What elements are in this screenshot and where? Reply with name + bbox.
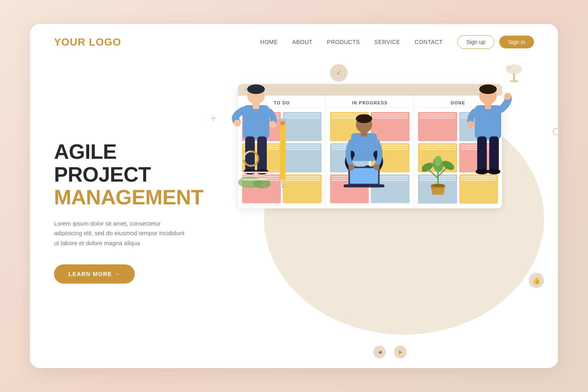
left-panel: AGILE PROJECT MANAGEMENT Lorem ipsum dol… <box>30 60 222 368</box>
nav-item-about[interactable]: ABOUT <box>292 38 313 46</box>
progress-lines <box>242 172 294 180</box>
nav-link-contact[interactable]: CONTACT <box>415 39 443 45</box>
prev-arrow-button[interactable]: ◀ <box>373 346 386 358</box>
svg-rect-42 <box>344 184 384 187</box>
nav-links: HOME ABOUT PRODUCTS SERVICE CONTACT <box>260 38 443 46</box>
plus-icon: + <box>210 112 216 125</box>
svg-point-50 <box>504 93 511 100</box>
right-panel: ✓ 👍 + <box>222 60 558 368</box>
nav-link-home[interactable]: HOME <box>260 39 278 45</box>
signin-button[interactable]: Sign in <box>499 36 534 48</box>
kanban-board-wrapper: TO DO IN PROGRE <box>238 84 502 208</box>
svg-rect-39 <box>361 131 368 136</box>
plant-icon <box>422 154 454 198</box>
hero-description: Lorem ipsum dolor sit amet, consectetur … <box>54 219 190 248</box>
svg-point-49 <box>467 121 474 128</box>
svg-rect-27 <box>253 103 259 109</box>
learn-more-button[interactable]: LEARN MORE → <box>54 264 135 284</box>
progress-area <box>242 150 294 180</box>
sticky-note <box>283 112 322 141</box>
play-arrow-button[interactable]: ▶ <box>394 346 407 358</box>
lamp-icon <box>502 62 526 89</box>
checkmark-icon: ✓ <box>330 64 348 82</box>
nav-item-contact[interactable]: CONTACT <box>415 38 443 46</box>
kanban-col-inprogress-header: IN PROGRESS <box>330 100 410 108</box>
hero-title-line2: MANAGEMENT <box>54 186 198 209</box>
svg-point-53 <box>476 169 488 174</box>
bottom-navigation: ◀ ▶ <box>373 346 407 358</box>
progress-line-2 <box>242 175 264 177</box>
svg-rect-47 <box>475 105 501 139</box>
svg-rect-1 <box>513 73 515 80</box>
logo: YOUR LOGO <box>54 36 121 48</box>
nav-item-products[interactable]: PRODUCTS <box>327 38 360 46</box>
main-card: YOUR LOGO HOME ABOUT PRODUCTS SERVICE CO… <box>30 24 558 368</box>
svg-point-2 <box>509 80 519 82</box>
svg-rect-41 <box>350 168 378 184</box>
svg-rect-38 <box>351 133 377 161</box>
svg-point-28 <box>234 120 241 127</box>
nav-link-products[interactable]: PRODUCTS <box>327 39 360 45</box>
navbar: YOUR LOGO HOME ABOUT PRODUCTS SERVICE CO… <box>30 24 558 60</box>
svg-point-21 <box>422 161 434 174</box>
like-icon: 👍 <box>529 273 544 288</box>
nav-item-home[interactable]: HOME <box>260 38 278 46</box>
nav-item-service[interactable]: SERVICE <box>374 38 400 46</box>
figure-right <box>462 80 514 192</box>
main-content: AGILE PROJECT MANAGEMENT Lorem ipsum dol… <box>30 60 558 368</box>
svg-point-44 <box>374 164 380 170</box>
progress-circle <box>242 150 260 168</box>
svg-point-54 <box>488 169 500 174</box>
progress-line-3 <box>242 179 268 180</box>
svg-point-29 <box>269 121 276 128</box>
nav-link-service[interactable]: SERVICE <box>374 39 400 45</box>
sticky-note <box>418 112 457 141</box>
svg-point-46 <box>479 84 497 94</box>
nav-link-about[interactable]: ABOUT <box>292 39 313 45</box>
svg-rect-52 <box>489 136 499 172</box>
figure-middle <box>338 112 390 201</box>
svg-rect-51 <box>477 136 487 172</box>
svg-point-37 <box>356 114 372 123</box>
progress-line-1 <box>242 172 274 173</box>
svg-rect-48 <box>485 103 491 109</box>
signup-button[interactable]: Sign up <box>457 35 494 49</box>
svg-rect-26 <box>243 105 269 139</box>
hero-title-line1: AGILE PROJECT <box>54 140 198 186</box>
svg-point-25 <box>247 84 265 94</box>
circle-outline-icon <box>553 128 558 135</box>
svg-point-43 <box>348 164 354 170</box>
